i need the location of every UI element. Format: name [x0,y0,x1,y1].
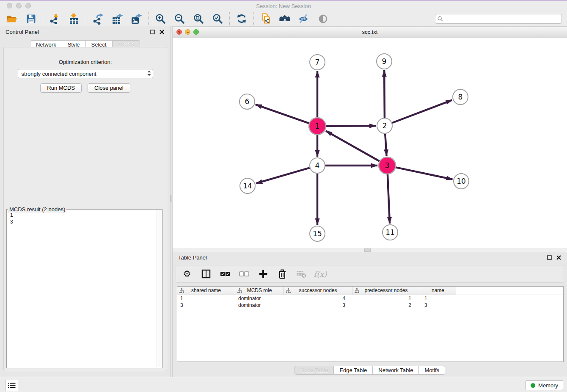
zoom-in-button[interactable] [154,13,166,25]
table-toolbar: ⚙ [176,265,564,283]
houses-icon [279,14,291,24]
memory-status-icon [531,383,535,388]
result-scrollbar[interactable] [157,210,162,367]
memory-button[interactable]: Memory [526,380,563,390]
graph-node-4[interactable]: 4 [310,158,325,173]
run-mcds-button[interactable]: Run MCDS [40,83,82,93]
eye-icon [318,14,328,24]
graph-node-2[interactable]: 2 [377,118,392,133]
tab-network-table[interactable]: Network Table [373,366,419,375]
graph-edge-2-8[interactable] [392,100,452,123]
zoom-selected-button[interactable] [212,13,223,25]
zoom-out-button[interactable] [173,13,185,25]
horizontal-splitter[interactable] [173,248,567,252]
clone-network-button[interactable] [260,13,272,25]
table-cell: 2 [352,302,420,309]
apply-function-button[interactable]: f(x) [315,268,326,279]
graph-node-8[interactable]: 8 [453,89,468,105]
node-table: shared name MCDS role successor nodes pr… [177,286,564,362]
column-header-predecessor-nodes[interactable]: predecessor nodes [352,287,420,295]
network-close-button[interactable]: x [176,29,182,35]
list-icon [8,382,16,389]
add-column-button[interactable] [258,268,269,279]
search-box[interactable] [435,14,562,24]
import-table-button[interactable] [68,13,80,25]
open-session-button[interactable] [6,13,18,25]
tab-node-table[interactable]: Node Table [295,366,334,375]
save-icon [26,14,36,24]
mcds-result-item[interactable]: 1 [10,212,159,218]
table-row[interactable]: 3dominator323 [177,302,563,309]
network-maximize-button[interactable]: + [193,29,199,35]
application-window: Session: New Session [0,0,567,392]
close-panel-button[interactable] [159,29,165,35]
table-cell [456,302,563,309]
graph-edge-4-14[interactable] [256,168,310,183]
delete-row-button[interactable] [277,268,288,279]
network-minimize-button[interactable]: – [185,29,190,35]
mcds-result-item[interactable]: 3 [10,218,159,225]
graph-node-6[interactable]: 6 [239,94,255,109]
table-row[interactable]: 1dominator411 [177,295,563,302]
criterion-dropdown[interactable]: strongly connected component [18,69,153,78]
graph-node-15[interactable]: 15 [310,226,325,241]
graph-node-9[interactable]: 9 [377,54,392,69]
table-settings-button[interactable]: ⚙ [182,268,193,279]
svg-text:14: 14 [243,182,252,190]
memory-label: Memory [538,382,558,389]
tab-motifs[interactable]: Motifs [419,366,445,375]
close-panel-action-button[interactable]: Close panel [88,83,130,93]
close-window-button[interactable] [7,3,12,8]
search-input[interactable] [445,15,559,22]
export-image-button[interactable] [130,13,142,25]
float-panel-button[interactable] [150,29,155,35]
task-history-button[interactable] [5,380,18,391]
split-view-button[interactable] [201,268,212,279]
zoom-window-button[interactable] [25,3,31,8]
network-canvas[interactable]: 7968124314101511 [173,38,567,248]
delete-column-button[interactable] [296,268,307,279]
zoom-fit-button[interactable] [193,13,204,25]
export-network-button[interactable] [92,13,104,25]
tab-edge-table[interactable]: Edge Table [334,366,373,375]
column-header-shared-name[interactable]: shared name [177,287,235,295]
graph-node-11[interactable]: 11 [383,225,398,240]
graph-edge-1-6[interactable] [256,105,309,123]
graph-node-1[interactable]: 1 [309,118,326,135]
column-header-name[interactable]: name [420,287,456,295]
deselect-all-button[interactable] [239,268,250,279]
graph-edge-1-2[interactable] [326,126,376,126]
hide-panels-button[interactable] [298,13,310,25]
graph-node-3[interactable]: 3 [379,157,396,174]
clone-network-icon [260,13,272,25]
column-header-mcds-role[interactable]: MCDS role [235,287,284,295]
mcds-panel: Optimization criterion: strongly connect… [3,47,167,371]
graph-node-7[interactable]: 7 [310,55,325,70]
float-panel-button[interactable] [547,255,552,260]
table-header: shared name MCDS role successor nodes pr… [177,287,563,295]
graph-edge-3-1[interactable] [326,131,380,161]
table-cell: 1 [352,295,420,302]
graph-edge-3-10[interactable] [396,167,453,179]
column-header-successor-nodes[interactable]: successor nodes [284,287,352,295]
splitter-grip[interactable] [364,248,371,252]
table-cell: dominator [235,302,284,309]
apply-layout-button[interactable] [236,13,248,25]
network-window-titlebar[interactable]: x – + scc.txt [173,27,567,38]
graph-edge-2-3[interactable] [385,134,386,156]
graph-edge-3-11[interactable] [388,174,390,224]
graph-node-10[interactable]: 10 [454,174,469,189]
close-panel-button[interactable] [556,255,561,260]
save-session-button[interactable] [25,13,37,25]
chevron-up-down-icon [147,70,151,76]
graph-edge-2-9[interactable] [384,70,385,118]
delete-column-icon [296,269,306,279]
select-all-icon [220,271,230,276]
minimize-window-button[interactable] [16,3,22,8]
graph-node-14[interactable]: 14 [240,178,255,193]
select-all-button[interactable] [220,268,231,279]
show-all-panels-button[interactable] [279,13,291,25]
export-table-button[interactable] [111,13,123,25]
import-network-button[interactable] [49,13,61,25]
toggle-bird-view-button[interactable] [317,13,329,25]
